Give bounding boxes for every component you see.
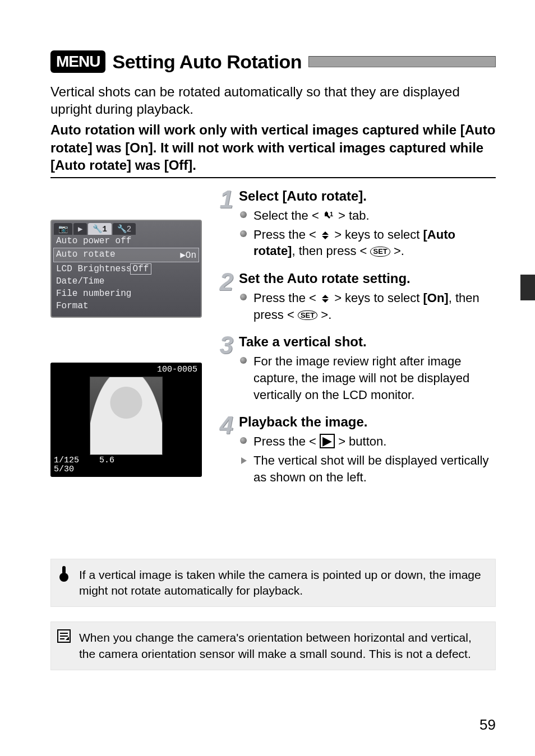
step-heading: Select [Auto rotate].: [239, 188, 496, 204]
tab-shoot-icon: 📷: [54, 223, 72, 235]
step-heading: Playback the image.: [239, 414, 496, 430]
two-column-layout: 📷 ▶ 🔧1 🔧2 Auto power off Auto rotate ▶On…: [50, 188, 496, 497]
tab-setup2-icon: 🔧2: [113, 223, 136, 235]
page-title-row: MENU Setting Auto Rotation: [50, 50, 496, 73]
menu-item-value: Off: [130, 263, 152, 275]
title-decoration-bar: [308, 56, 496, 67]
portrait-photo-placeholder: [90, 377, 163, 455]
page-number: 59: [479, 716, 496, 734]
page-title: Setting Auto Rotation: [112, 51, 302, 73]
menu-item-auto-rotate: Auto rotate ▶On: [54, 248, 199, 262]
up-down-keys-icon: [320, 231, 331, 240]
set-button-icon: SET: [370, 247, 390, 257]
set-button-icon: SET: [298, 310, 317, 321]
text: > keys to select: [331, 228, 423, 242]
text: Press the <: [253, 228, 320, 242]
step-heading: Take a vertical shot.: [239, 334, 496, 350]
step-2: 2 Set the Auto rotate setting. Press the…: [213, 271, 496, 325]
svg-marker-3: [322, 295, 329, 298]
note-text: When you change the camera's orientation…: [79, 631, 472, 660]
step-result: The vertical shot will be displayed vert…: [239, 452, 496, 485]
step-3: 3 Take a vertical shot. For the image re…: [213, 334, 496, 405]
camera-lcd-menu: 📷 ▶ 🔧1 🔧2 Auto power off Auto rotate ▶On…: [50, 220, 202, 318]
text: >.: [317, 308, 331, 322]
text: > button.: [335, 434, 386, 448]
text: , then press <: [292, 244, 370, 258]
menu-item-format: Format: [52, 300, 201, 312]
menu-tabs: 📷 ▶ 🔧1 🔧2: [52, 221, 201, 235]
section-divider: [50, 177, 496, 178]
text: Press the <: [253, 291, 320, 305]
intro-p1: Vertical shots can be rotated automatica…: [50, 83, 496, 118]
svg-text:1: 1: [330, 211, 333, 217]
menu-item-date-time: Date/Time: [52, 275, 201, 287]
info-note: When you change the camera's orientation…: [50, 622, 496, 670]
camera-lcd-playback: 100-0005 1/125 5.6 5/30: [50, 363, 202, 477]
playback-button-icon: ▶: [320, 434, 335, 448]
step-bullet: Press the < > keys to select [On], then …: [239, 290, 496, 323]
menu-item-label: LCD Brightness: [56, 264, 122, 274]
playback-index: 5/30: [54, 465, 74, 474]
step-number: 1: [213, 188, 233, 262]
step-4: 4 Playback the image. Press the < ▶ > bu…: [213, 414, 496, 488]
warning-icon: [56, 565, 72, 586]
text: >.: [390, 244, 404, 258]
text: > keys to select: [331, 291, 423, 305]
intro-text: Vertical shots can be rotated automatica…: [50, 83, 496, 174]
svg-marker-11: [66, 637, 69, 640]
manual-page: MENU Setting Auto Rotation Vertical shot…: [0, 0, 535, 756]
text: Select the <: [253, 208, 322, 222]
svg-marker-2: [322, 236, 329, 239]
text: > tab.: [335, 208, 370, 222]
warning-note: If a vertical image is taken while the c…: [50, 559, 496, 607]
step-bullet: Press the < > keys to select [Auto rotat…: [239, 226, 496, 259]
thumb-index-tab: [520, 275, 535, 300]
menu-badge: MENU: [50, 50, 105, 73]
menu-item-label: Auto rotate: [56, 249, 122, 261]
step-bullet: Select the < 1 > tab.: [239, 207, 496, 224]
step-number: 3: [213, 334, 233, 405]
step-number: 4: [213, 414, 233, 488]
text: Press the <: [253, 434, 320, 448]
playback-aperture: 5.6: [99, 456, 114, 465]
svg-rect-6: [62, 566, 66, 574]
note-icon: [56, 628, 72, 648]
svg-point-5: [59, 573, 68, 582]
playback-folder-file: 100-0005: [53, 365, 200, 374]
steps-column: 1 Select [Auto rotate]. Select the < 1 >…: [213, 188, 496, 497]
playback-shutter: 1/125: [54, 456, 79, 465]
menu-item-auto-power-off: Auto power off: [52, 235, 201, 247]
illustration-column: 📷 ▶ 🔧1 🔧2 Auto power off Auto rotate ▶On…: [50, 188, 202, 497]
menu-item-file-numbering: File numbering: [52, 287, 201, 300]
tab-setup1-icon: 🔧1: [88, 223, 111, 235]
svg-marker-4: [322, 299, 329, 303]
menu-item-lcd-brightness: LCD Brightness Off: [52, 263, 201, 275]
text-bold: [On]: [423, 291, 448, 305]
menu-item-value: ▶On: [180, 249, 196, 261]
step-bullet: For the image review right after image c…: [239, 353, 496, 403]
note-text: If a vertical image is taken while the c…: [79, 568, 481, 597]
intro-p2: Auto rotation will work only with vertic…: [50, 121, 496, 174]
step-number: 2: [213, 271, 233, 325]
step-1: 1 Select [Auto rotate]. Select the < 1 >…: [213, 188, 496, 262]
wrench-1-icon: 1: [322, 211, 335, 221]
tab-play-icon: ▶: [73, 223, 87, 235]
up-down-keys-icon: [320, 294, 331, 303]
step-heading: Set the Auto rotate setting.: [239, 271, 496, 286]
svg-marker-1: [322, 231, 329, 235]
step-bullet: Press the < ▶ > button.: [239, 433, 496, 450]
